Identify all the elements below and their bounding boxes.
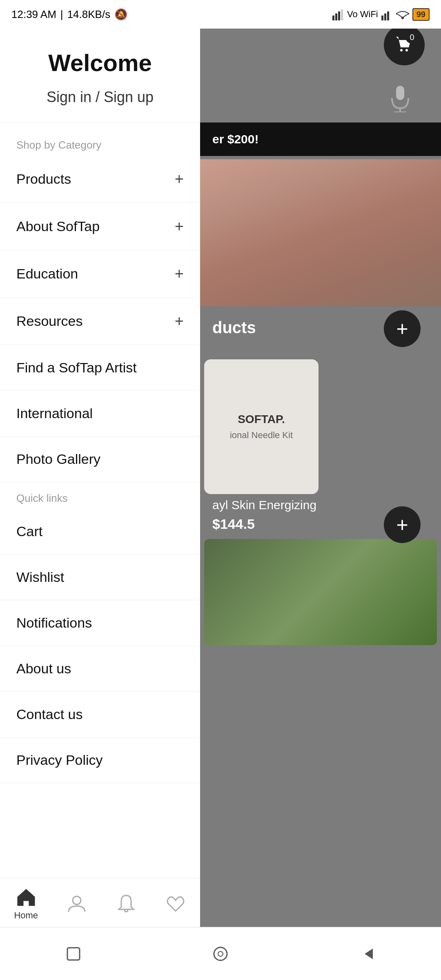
expand-education-icon: + xyxy=(175,265,184,283)
person-icon xyxy=(66,891,87,914)
svg-point-13 xyxy=(73,896,81,904)
nav-home[interactable]: Home xyxy=(14,884,38,921)
home-icon xyxy=(16,884,37,908)
svg-rect-1 xyxy=(335,13,337,20)
svg-rect-10 xyxy=(396,86,404,100)
svg-point-16 xyxy=(218,951,223,956)
shop-by-category-label: Shop by Category xyxy=(0,131,200,156)
menu-item-about-us[interactable]: About us xyxy=(0,646,200,692)
android-back-button[interactable] xyxy=(358,944,377,963)
menu-item-privacy-policy[interactable]: Privacy Policy xyxy=(0,737,200,783)
menu-item-international-label: International xyxy=(16,405,93,421)
products-title: ducts xyxy=(212,318,256,336)
menu-item-resources[interactable]: Resources + xyxy=(0,298,200,345)
svg-point-9 xyxy=(405,49,408,51)
svg-point-7 xyxy=(401,17,404,19)
menu-item-contact-us-label: Contact us xyxy=(16,706,83,722)
svg-rect-4 xyxy=(381,16,383,20)
data-speed: 14.8KB/s xyxy=(67,8,111,21)
nav-home-label: Home xyxy=(14,910,38,921)
bottom-nav: Home xyxy=(0,878,200,927)
status-bar-right: Vo WiFi 99 xyxy=(332,8,430,21)
status-bar-left: 12:39 AM | 14.8KB/s 🔕 xyxy=(11,8,127,21)
menu-item-education[interactable]: Education + xyxy=(0,250,200,298)
svg-rect-6 xyxy=(387,11,389,20)
menu-item-about-softap[interactable]: About SofTap + xyxy=(0,203,200,250)
svg-marker-17 xyxy=(365,949,373,959)
expand-about-icon: + xyxy=(175,218,184,235)
promo-banner: er $200! xyxy=(200,122,441,156)
mute-icon: 🔕 xyxy=(114,8,127,21)
add-product-button[interactable]: + xyxy=(384,310,421,347)
drawer: Welcome Sign in / Sign up Shop by Catego… xyxy=(0,0,200,980)
heart-icon xyxy=(165,891,186,914)
product-brand: SOFTAP. xyxy=(238,413,285,426)
menu-item-about-label: About SofTap xyxy=(16,218,100,234)
svg-rect-2 xyxy=(338,11,340,20)
nav-notifications[interactable] xyxy=(116,891,137,914)
menu-item-photo-gallery[interactable]: Photo Gallery xyxy=(0,437,200,482)
android-home-button[interactable] xyxy=(211,944,230,963)
menu-item-international[interactable]: International xyxy=(0,391,200,437)
promo-text: er $200! xyxy=(212,132,258,146)
drawer-body: Shop by Category Products + About SofTap… xyxy=(0,122,200,980)
menu-item-contact-us[interactable]: Contact us xyxy=(0,692,200,737)
product-card-1[interactable]: SOFTAP. ional Needle Kit xyxy=(204,359,318,494)
menu-item-products[interactable]: Products + xyxy=(0,156,200,203)
menu-item-find-artist[interactable]: Find a SofTap Artist xyxy=(0,345,200,391)
expand-resources-icon: + xyxy=(175,312,184,330)
menu-item-cart-label: Cart xyxy=(16,523,42,539)
right-panel-content: 0 er $200! ducts + SOFTAP. xyxy=(200,0,441,980)
drawer-header: Welcome Sign in / Sign up xyxy=(0,29,200,122)
signal-bars-icon xyxy=(332,8,344,20)
android-nav xyxy=(0,927,441,980)
product-subtitle: ional Needle Kit xyxy=(230,430,293,441)
plus-icon: + xyxy=(396,317,408,341)
right-panel: 0 er $200! ducts + SOFTAP. xyxy=(200,0,441,980)
svg-rect-5 xyxy=(384,13,386,20)
signin-link[interactable]: Sign in / Sign up xyxy=(16,89,184,106)
status-bar: 12:39 AM | 14.8KB/s 🔕 Vo WiFi 99 xyxy=(0,0,441,29)
separator: | xyxy=(60,8,63,21)
svg-rect-3 xyxy=(341,9,343,20)
menu-item-privacy-policy-label: Privacy Policy xyxy=(16,752,103,768)
svg-point-8 xyxy=(400,49,403,51)
nav-wishlist[interactable] xyxy=(165,891,186,914)
product-image-2 xyxy=(204,539,437,645)
android-recent-button[interactable] xyxy=(64,944,83,963)
menu-item-wishlist[interactable]: Wishlist xyxy=(0,555,200,600)
menu-item-wishlist-label: Wishlist xyxy=(16,569,64,585)
cart-button[interactable]: 0 xyxy=(384,24,425,65)
menu-item-notifications-label: Notifications xyxy=(16,615,92,630)
menu-item-notifications[interactable]: Notifications xyxy=(0,600,200,646)
cart-badge: 0 xyxy=(405,31,419,44)
vo-wifi-label: Vo WiFi xyxy=(347,9,378,20)
svg-rect-0 xyxy=(332,16,334,20)
battery-icon: 99 xyxy=(412,8,430,21)
menu-item-cart[interactable]: Cart xyxy=(0,509,200,555)
menu-item-photo-gallery-label: Photo Gallery xyxy=(16,451,100,467)
add-product-button-2[interactable]: + xyxy=(384,506,421,543)
menu-item-find-artist-label: Find a SofTap Artist xyxy=(16,360,137,375)
menu-item-about-us-label: About us xyxy=(16,661,71,676)
svg-rect-14 xyxy=(67,948,80,960)
welcome-title: Welcome xyxy=(16,49,184,76)
nav-account[interactable] xyxy=(66,891,87,914)
menu-item-resources-label: Resources xyxy=(16,313,83,329)
bell-icon xyxy=(116,891,137,914)
mic-button[interactable] xyxy=(384,82,416,114)
quick-links-label: Quick links xyxy=(0,482,200,509)
menu-item-products-label: Products xyxy=(16,171,71,187)
svg-point-15 xyxy=(214,947,227,960)
lips-image xyxy=(200,159,441,306)
wifi-icon xyxy=(396,8,409,20)
time: 12:39 AM xyxy=(11,8,56,21)
cart-icon-wrap: 0 xyxy=(394,35,414,55)
plus-icon-2: + xyxy=(396,513,408,537)
wifi-bars-icon xyxy=(381,8,393,20)
expand-products-icon: + xyxy=(175,170,184,188)
menu-item-education-label: Education xyxy=(16,266,78,282)
